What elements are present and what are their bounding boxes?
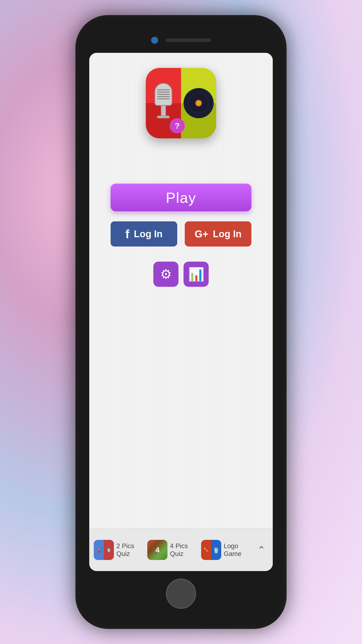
settings-icon: ⚙ bbox=[160, 267, 172, 282]
icon-left-half: ? bbox=[146, 68, 181, 138]
phone-screen: ? Play f Log In G+ bbox=[89, 53, 273, 571]
vinyl-center-hole bbox=[196, 101, 201, 106]
front-camera-icon bbox=[151, 37, 158, 44]
google-plus-icon: G+ bbox=[195, 228, 208, 240]
question-mark-badge: ? bbox=[170, 118, 185, 133]
buttons-area: Play f Log In G+ Log In ⚙ bbox=[99, 184, 263, 287]
chevron-up-icon: ⌃ bbox=[257, 544, 266, 556]
2pics-quiz-label: 2 Pics Quiz bbox=[116, 542, 143, 558]
phone-notch bbox=[89, 30, 273, 50]
tab-4pics-quiz[interactable]: 4 4 Pics Quiz bbox=[145, 529, 199, 571]
mic-head bbox=[155, 83, 172, 106]
facebook-login-label: Log In bbox=[134, 229, 163, 239]
stats-button[interactable]: 📊 bbox=[184, 262, 209, 287]
mic-base bbox=[157, 116, 170, 118]
phone-speaker bbox=[166, 38, 211, 42]
facebook-icon: f bbox=[125, 227, 129, 241]
phone-frame: ? Play f Log In G+ bbox=[75, 15, 287, 629]
settings-button[interactable]: ⚙ bbox=[153, 262, 178, 287]
play-button[interactable]: Play bbox=[111, 184, 251, 211]
4pics-quiz-label: 4 Pics Quiz bbox=[170, 542, 197, 558]
icon-buttons-row: ⚙ 📊 bbox=[153, 262, 209, 287]
screen-content: ? Play f Log In G+ bbox=[89, 53, 273, 528]
facebook-login-button[interactable]: f Log In bbox=[111, 221, 177, 247]
2pics-quiz-thumb: 🗼 🥤 bbox=[94, 540, 114, 560]
bottom-app-bar: 🗼 🥤 2 Pics Quiz 4 4 Pics Quiz bbox=[89, 528, 273, 571]
stats-icon: 📊 bbox=[188, 267, 204, 282]
logo-game-thumb: 🍗 🥤 bbox=[201, 540, 221, 560]
4pics-quiz-thumb: 4 bbox=[147, 540, 167, 560]
logo-game-label: Logo Game bbox=[224, 542, 251, 558]
login-buttons-row: f Log In G+ Log In bbox=[111, 221, 251, 247]
google-login-button[interactable]: G+ Log In bbox=[185, 221, 251, 247]
vinyl-record-graphic bbox=[184, 88, 214, 118]
mic-body bbox=[161, 106, 166, 116]
tab-2pics-quiz[interactable]: 🗼 🥤 2 Pics Quiz bbox=[92, 529, 145, 571]
home-button[interactable] bbox=[166, 579, 196, 609]
tab-logo-game[interactable]: 🍗 🥤 Logo Game bbox=[199, 529, 253, 571]
microphone-graphic bbox=[152, 83, 175, 123]
icon-right-half bbox=[181, 68, 216, 138]
app-icon: ? bbox=[146, 68, 216, 138]
expand-button[interactable]: ⌃ bbox=[253, 541, 270, 559]
google-login-label: Log In bbox=[213, 229, 242, 239]
